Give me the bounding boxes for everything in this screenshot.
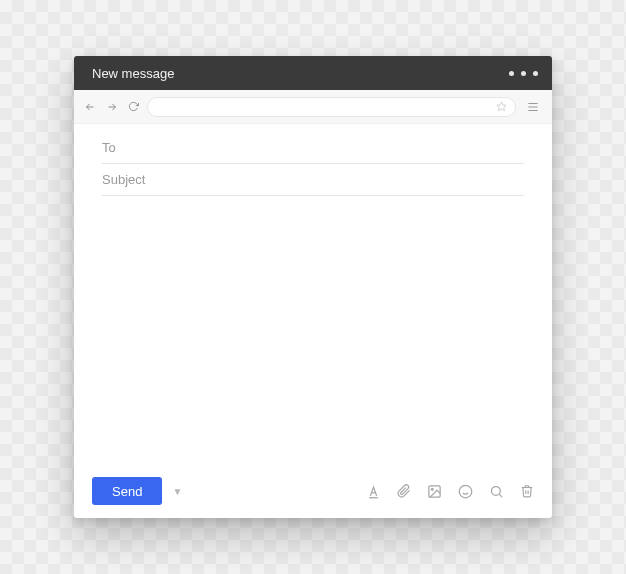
message-body[interactable] xyxy=(74,196,552,470)
svg-point-10 xyxy=(492,486,501,495)
svg-line-11 xyxy=(499,494,502,497)
forward-icon[interactable] xyxy=(106,101,118,113)
svg-marker-0 xyxy=(497,101,506,110)
to-input[interactable] xyxy=(102,140,524,155)
browser-toolbar xyxy=(74,90,552,124)
header-fields xyxy=(74,124,552,196)
back-icon[interactable] xyxy=(84,101,96,113)
trash-icon[interactable] xyxy=(520,484,534,498)
emoji-icon[interactable] xyxy=(458,484,473,499)
footer: Send ▼ xyxy=(74,470,552,518)
subject-input[interactable] xyxy=(102,172,524,187)
menu-icon[interactable] xyxy=(524,100,542,114)
star-icon[interactable] xyxy=(496,98,507,116)
dot-icon xyxy=(533,71,538,76)
reload-icon[interactable] xyxy=(128,101,139,112)
to-row xyxy=(102,132,524,164)
compose-window: New message xyxy=(74,56,552,518)
window-controls[interactable] xyxy=(509,71,538,76)
text-format-icon[interactable] xyxy=(366,484,381,499)
compose-tools xyxy=(366,484,534,499)
attach-icon[interactable] xyxy=(397,484,411,498)
svg-point-6 xyxy=(431,488,433,490)
subject-row xyxy=(102,164,524,196)
address-bar[interactable] xyxy=(147,97,516,117)
dot-icon xyxy=(509,71,514,76)
titlebar: New message xyxy=(74,56,552,90)
send-options-dropdown[interactable]: ▼ xyxy=(172,486,182,497)
image-icon[interactable] xyxy=(427,484,442,499)
dot-icon xyxy=(521,71,526,76)
search-icon[interactable] xyxy=(489,484,504,499)
svg-point-7 xyxy=(459,485,472,498)
send-button[interactable]: Send xyxy=(92,477,162,505)
window-title: New message xyxy=(92,66,174,81)
